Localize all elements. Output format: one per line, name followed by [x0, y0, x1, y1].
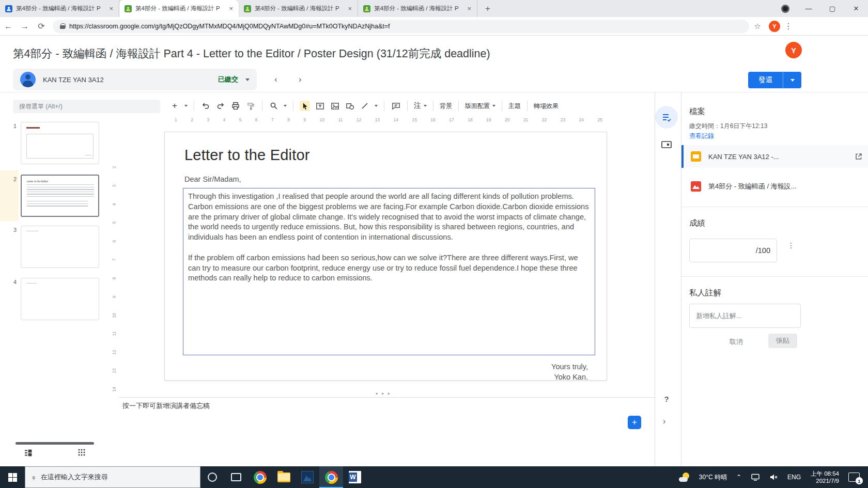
view-history-link[interactable]: 查看記錄: [689, 132, 714, 140]
open-in-new-icon[interactable]: [855, 153, 862, 160]
browser-profile-avatar[interactable]: Y: [769, 21, 780, 32]
chrome-taskbar-icon[interactable]: [248, 466, 272, 488]
slide-canvas[interactable]: Letter to the Editor Dear Sir/Madam, Thr…: [164, 132, 607, 381]
window-close-button[interactable]: ✕: [844, 0, 868, 17]
background-button[interactable]: 背景: [440, 102, 452, 111]
browser-tab-1[interactable]: 第4部分 - 致編輯函 / 海報設計 P ×: [0, 0, 119, 17]
new-slide-button[interactable]: +: [169, 101, 180, 111]
student-selector[interactable]: KAN TZE YAN 3A12 已繳交: [13, 69, 257, 90]
chrome-active-window-icon[interactable]: [319, 466, 343, 488]
hidden-icons-chevron[interactable]: ⌃: [736, 474, 741, 481]
slides-file-icon: [691, 151, 701, 162]
cortana-button[interactable]: [200, 466, 224, 488]
private-comment-input[interactable]: [689, 304, 801, 328]
post-button[interactable]: 張貼: [768, 334, 797, 348]
filmstrip-scrollbar[interactable]: [16, 442, 94, 445]
url-field[interactable]: https://classroom.google.com/g/tg/MjQzOD…: [53, 20, 749, 33]
zoom-icon[interactable]: [269, 101, 279, 111]
browser-tab-4[interactable]: 第4部分 - 致編輯函 / 海報設計 P ×: [358, 0, 477, 17]
file-explorer-icon[interactable]: [272, 466, 296, 488]
tab-title: 第4部分 - 致編輯函 / 海報設計 P: [374, 5, 462, 12]
taskbar-search[interactable]: ⌕ 在這裡輸入文字來搜尋: [25, 466, 200, 488]
annotate-tool[interactable]: 注: [414, 101, 427, 111]
tab-close-icon[interactable]: ×: [346, 5, 353, 12]
browser-menu-icon[interactable]: ⋮: [780, 21, 797, 31]
divider: [655, 92, 655, 466]
menus-search-input[interactable]: 搜尋選單 (Alt+/): [13, 100, 160, 113]
window-minimize-button[interactable]: —: [797, 0, 820, 17]
filmstrip-view-icon[interactable]: [23, 448, 33, 458]
insert-image-icon[interactable]: [330, 101, 340, 111]
start-button[interactable]: [0, 466, 25, 488]
browser-tab-2-active[interactable]: 第4部分 - 致編輯函 / 海報設計 P ×: [119, 0, 239, 17]
grading-panel-icon[interactable]: [655, 106, 678, 129]
insert-comment-icon[interactable]: [391, 101, 401, 111]
layout-button[interactable]: 版面配置: [465, 102, 495, 111]
browser-address-bar: ← → ⟳ https://classroom.google.com/g/tg/…: [0, 17, 868, 36]
comments-panel-icon[interactable]: [661, 140, 672, 150]
word-app-icon[interactable]: [343, 466, 367, 488]
network-icon[interactable]: [751, 474, 760, 481]
letter-text-box[interactable]: Through this investigation ,I realised t…: [183, 188, 595, 355]
reload-icon[interactable]: ⟳: [33, 21, 50, 31]
insert-shape-icon[interactable]: [345, 101, 355, 111]
cancel-button[interactable]: 取消: [730, 337, 743, 347]
slide-thumbnail-4[interactable]: [21, 278, 99, 320]
insert-line-icon[interactable]: [360, 101, 370, 111]
volume-muted-icon[interactable]: [769, 474, 778, 481]
grade-heading: 成績: [689, 218, 705, 229]
language-indicator[interactable]: ENG: [787, 474, 801, 481]
transition-button[interactable]: 轉場效果: [534, 102, 559, 111]
return-button[interactable]: 發還: [748, 72, 783, 88]
speaker-notes-placeholder[interactable]: 按一下即可新增演講者備忘稿: [122, 401, 210, 411]
zoom-dropdown-icon[interactable]: [284, 105, 287, 107]
paint-format-icon[interactable]: [245, 101, 256, 111]
help-icon[interactable]: ?: [660, 392, 673, 405]
screen: 第4部分 - 致編輯函 / 海報設計 P × 第4部分 - 致編輯函 / 海報設…: [0, 0, 868, 488]
windows-taskbar: ⌕ 在這裡輸入文字來搜尋 30°C 時晴 ⌃ ENG 上午 08:54 2021…: [0, 466, 868, 488]
slide-thumbnail-2-selected[interactable]: Letter to the Editor: [21, 175, 99, 217]
slides-toolbar: + 注 背景 版面配置 主題 轉場效果: [169, 98, 641, 114]
photos-app-icon[interactable]: [296, 466, 319, 488]
weather-icon[interactable]: [679, 473, 690, 482]
select-tool-icon[interactable]: [300, 101, 310, 111]
file-item-slides[interactable]: KAN TZE YAN 3A12 -...: [681, 145, 868, 168]
new-tab-button[interactable]: +: [481, 2, 495, 16]
grade-input[interactable]: /100: [689, 239, 777, 262]
new-slide-dropdown-icon[interactable]: [184, 105, 188, 107]
window-maximize-button[interactable]: ▢: [820, 0, 844, 17]
back-icon[interactable]: ←: [0, 22, 17, 31]
redo-icon[interactable]: [215, 101, 226, 111]
tab-close-icon[interactable]: ×: [107, 5, 115, 12]
forward-icon[interactable]: →: [17, 22, 33, 31]
action-center-icon[interactable]: 1: [848, 473, 860, 482]
theme-button[interactable]: 主題: [508, 102, 521, 111]
browser-tab-3[interactable]: 第4部分 - 致編輯函 / 海報設計 P ×: [239, 0, 358, 17]
weather-text[interactable]: 30°C 時晴: [699, 473, 727, 482]
recording-indicator-icon: [781, 5, 789, 13]
file-item-image[interactable]: 第4部分 - 致編輯函 / 海報設...: [681, 175, 868, 198]
collapse-panel-icon[interactable]: ›: [663, 417, 665, 426]
tab-close-icon[interactable]: ×: [466, 5, 473, 12]
tab-close-icon[interactable]: ×: [227, 5, 235, 12]
return-dropdown-button[interactable]: [783, 72, 801, 88]
line-dropdown-icon[interactable]: [375, 105, 378, 107]
secure-lock-icon: [60, 23, 65, 29]
taskbar-clock[interactable]: 上午 08:54 2021/7/9: [811, 470, 839, 484]
task-view-button[interactable]: [224, 466, 248, 488]
undo-icon[interactable]: [200, 101, 211, 111]
system-tray: 30°C 時晴 ⌃ ENG 上午 08:54 2021/7/9 1: [679, 466, 868, 488]
bookmark-star-icon[interactable]: ☆: [749, 22, 766, 31]
grade-menu-icon[interactable]: ⋮: [787, 243, 794, 248]
status-dropdown-icon[interactable]: [245, 78, 250, 81]
text-box-tool-icon[interactable]: [315, 101, 325, 111]
next-student-button[interactable]: ›: [299, 74, 302, 85]
slide-thumbnail-3[interactable]: [21, 226, 99, 268]
account-avatar[interactable]: Y: [785, 42, 802, 58]
notes-resize-handle[interactable]: • • •: [376, 390, 391, 398]
add-comment-fab[interactable]: +: [628, 416, 641, 429]
grid-view-icon[interactable]: [78, 448, 86, 456]
slide-thumbnail-1[interactable]: [21, 122, 99, 164]
print-icon[interactable]: [230, 101, 241, 111]
previous-student-button[interactable]: ‹: [274, 74, 277, 85]
